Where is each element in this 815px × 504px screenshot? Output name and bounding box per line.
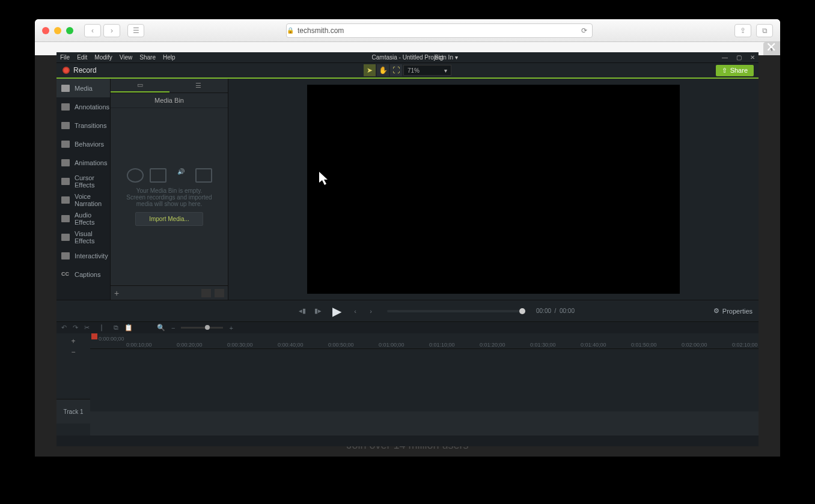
voice-icon [61,196,70,204]
step-forward-button[interactable]: › [365,306,376,317]
list-view-button[interactable] [215,289,224,297]
minimize-window-button[interactable] [54,27,61,34]
menu-edit[interactable]: Edit [77,54,87,61]
camtasia-app: File Edit Modify View Share Help Camtasi… [56,52,759,446]
add-track-button[interactable]: + [71,337,75,345]
back-button[interactable]: ‹ [84,24,101,37]
share-button[interactable]: ⇪ [734,24,751,37]
app-minimize[interactable]: — [722,54,728,61]
cursor-effects-icon [61,178,70,185]
zoom-slider[interactable] [181,327,223,329]
timeline-ruler[interactable]: 0:00:00;00 0:00:10;000:00:20;000:00:30;0… [90,333,759,349]
timeline-track-area[interactable] [90,349,759,411]
tab-captions[interactable]: CCCaptions [56,265,110,284]
remove-track-button[interactable]: − [71,348,75,356]
crop-tool[interactable]: ⛶ [390,64,402,76]
upload-icon: ⇧ [722,67,727,74]
tab-media[interactable]: Media [56,79,110,97]
app-toolbar: Record ➤ ✋ ⛶ 71%▾ ⇧ Share [56,63,759,79]
timeline-tick: 0:00:10;00 [126,342,152,348]
playback-bar: ◂▮ ▮▸ ▶ ‹ › 00:00 / 00:00 ⚙ Properties [56,300,759,321]
media-icon [61,85,70,92]
add-media-button[interactable]: + [114,288,119,298]
audio-type-icon: 🔊 [172,168,189,183]
redo-button[interactable]: ↷ [73,324,78,332]
zoom-select[interactable]: 71%▾ [403,65,451,76]
behaviors-icon [61,141,70,148]
url-text: techsmith.com [298,26,344,35]
media-bin-tab-library[interactable]: ☰ [169,79,228,93]
browser-toolbar: ‹ › ☰ 🔒 techsmith.com ⟳ ⇪ ⧉ [35,19,780,42]
image-type-icon [195,168,212,183]
address-bar[interactable]: 🔒 techsmith.com ⟳ [286,23,593,38]
seek-knob[interactable] [519,308,525,314]
tab-animations[interactable]: Animations [56,153,110,172]
tab-transitions[interactable]: Transitions [56,116,110,135]
properties-button[interactable]: ⚙ Properties [713,307,752,315]
media-type-icons: 🔊 [127,168,212,183]
tab-cursor-effects[interactable]: Cursor Effects [56,172,110,190]
app-menubar: File Edit Modify View Share Help Camtasi… [56,52,759,63]
time-display: 00:00 / 00:00 [536,308,575,314]
audio-icon [61,215,70,222]
undo-button[interactable]: ↶ [61,324,67,332]
grid-view-button[interactable] [201,289,211,297]
menu-help[interactable]: Help [163,54,176,61]
pointer-tool[interactable]: ➤ [364,64,376,76]
seek-slider[interactable] [387,310,525,312]
zoom-plus[interactable]: + [229,324,233,332]
tabs-button[interactable]: ⧉ [756,24,773,37]
timeline-tick: 0:00:20;00 [177,342,203,348]
media-bin-title: Media Bin [111,93,228,108]
tab-audio-effects[interactable]: Audio Effects [56,209,110,228]
timeline-tick: 0:02:10;00 [732,342,758,348]
tool-sidebar: Media Annotations Transitions Behaviors … [56,79,111,300]
menu-file[interactable]: File [60,54,70,61]
tab-voice-narration[interactable]: Voice Narration [56,190,110,209]
animations-icon [61,159,70,166]
sign-in-button[interactable]: Sign In ▾ [435,54,458,61]
play-button[interactable]: ▶ [328,303,345,320]
track-name[interactable]: Track 1 [56,399,90,424]
timeline-tick: 0:01:50;00 [631,342,657,348]
timeline-tick: 0:01:20;00 [480,342,505,348]
media-bin-panel: ▭ ☰ Media Bin 🔊 Your Media Bin is empty.… [111,79,228,300]
close-icon[interactable]: ✕ [766,40,777,55]
zoom-knob[interactable] [205,325,210,330]
reload-icon[interactable]: ⟳ [581,26,587,35]
preview-canvas[interactable] [307,85,680,294]
zoom-minus[interactable]: − [171,324,175,332]
tab-visual-effects[interactable]: Visual Effects [56,228,110,246]
share-button-app[interactable]: ⇧ Share [716,65,754,76]
playhead[interactable] [91,333,97,339]
zoom-out-icon[interactable]: 🔍 [157,324,165,332]
timeline-tick: 0:00:30;00 [227,342,253,348]
hand-tool[interactable]: ✋ [377,64,389,76]
next-frame-button[interactable]: ▮▸ [313,306,323,317]
sidebar-toggle-button[interactable]: ☰ [127,24,144,37]
tab-behaviors[interactable]: Behaviors [56,135,110,153]
record-button[interactable]: Record [56,66,103,74]
import-media-button[interactable]: Import Media... [135,212,203,226]
forward-button[interactable]: › [103,24,120,37]
split-button[interactable]: ⎹⎸ [96,324,108,332]
menu-share[interactable]: Share [139,54,156,61]
tab-annotations[interactable]: Annotations [56,97,110,116]
copy-button[interactable]: ⧉ [114,324,118,332]
cut-button[interactable]: ✂ [84,324,90,332]
tab-interactivity[interactable]: Interactivity [56,246,110,265]
app-maximize[interactable]: ▢ [736,54,742,61]
app-title: Camtasia - Untitled Project [56,54,759,61]
media-bin-tab-grid[interactable]: ▭ [111,79,169,93]
menu-view[interactable]: View [120,54,133,61]
maximize-window-button[interactable] [66,27,73,34]
paste-button[interactable]: 📋 [124,324,133,332]
menu-modify[interactable]: Modify [94,54,112,61]
interactivity-icon [61,252,70,260]
prev-frame-button[interactable]: ◂▮ [297,306,308,317]
close-window-button[interactable] [42,27,49,34]
app-close[interactable]: ✕ [750,54,755,61]
timeline-tick: 0:01:40;00 [581,342,606,348]
timeline-track-1[interactable] [90,411,759,436]
step-back-button[interactable]: ‹ [350,306,361,317]
